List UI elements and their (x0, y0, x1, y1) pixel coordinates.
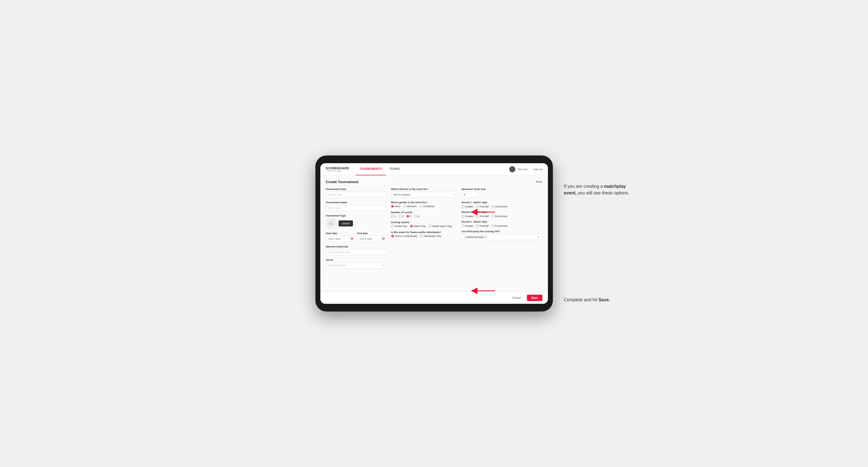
calendar-icon: 📅 (350, 238, 353, 241)
round-4-radio[interactable] (414, 215, 417, 218)
upload-button[interactable]: Upload (339, 220, 353, 226)
scoring-stroke[interactable]: Stroke Play (391, 225, 407, 227)
tournament-name-label: Tournament name (326, 201, 386, 204)
cancel-button[interactable]: Cancel (508, 295, 525, 301)
round-1[interactable]: 1 (391, 215, 396, 218)
individuals-radio[interactable] (420, 235, 423, 238)
round-2-radio[interactable] (399, 215, 402, 218)
gender-womens[interactable]: Womens (403, 205, 417, 208)
max-team-size-label: Maximum Team Size (462, 188, 542, 191)
main-content: Create Tournament ‹ Back Tournament Host (320, 175, 548, 291)
round2-singles-radio[interactable] (462, 215, 465, 218)
form-header: Create Tournament ‹ Back (326, 180, 542, 184)
teams-radio[interactable] (391, 235, 394, 238)
annotation-right: If you are creating a matchplay event, y… (564, 183, 633, 196)
teams-label: Is this event for Teams and/or Individua… (391, 231, 457, 234)
scoring-stroke-radio[interactable] (391, 225, 394, 227)
dates-group: Start date 📅 End date (326, 232, 386, 242)
annotation-arrow-right (470, 207, 498, 218)
round3-fourball-radio[interactable] (476, 224, 479, 227)
round3-foursomes-radio[interactable] (492, 224, 494, 227)
gender-group: Which gender is the event for? Mens Wome… (391, 201, 457, 208)
save-button[interactable]: Save (527, 295, 542, 301)
scoring-group: Scoring system Stroke Play Match Play (391, 221, 457, 227)
scoring-medal-radio[interactable] (429, 225, 431, 227)
venue-select-wrap: Search golf club ▼ (326, 262, 386, 269)
start-date-group: Start date 📅 (326, 232, 355, 242)
tablet-screen: SCOREBOARD Powered by clippit TOURNAMENT… (320, 163, 548, 304)
third-party-input[interactable]: Leaderboard King ✕ ▼ (462, 234, 542, 240)
gender-mens-radio[interactable] (391, 205, 394, 208)
scoring-medal[interactable]: Medal Match Play (429, 225, 452, 227)
venue-label: Venue (326, 258, 386, 261)
gender-combined-radio[interactable] (420, 205, 422, 208)
round3-fourball[interactable]: Fourball (476, 224, 489, 227)
sponsor-input[interactable] (326, 249, 386, 255)
round-4[interactable]: 4 (414, 215, 419, 218)
teams-option[interactable]: Teams (+Individuals) (391, 235, 417, 238)
round3-singles-radio[interactable] (462, 224, 465, 227)
back-button[interactable]: ‹ Back (533, 180, 542, 183)
tournament-host-group: Tournament Host (326, 188, 386, 198)
division-chevron-icon: ▼ (454, 194, 456, 196)
round3-foursomes[interactable]: Foursomes (492, 224, 507, 227)
brand-title: SCOREBOARD (326, 166, 349, 170)
col-right: Maximum Team Size Round 1 - Match Type S… (462, 188, 542, 272)
tournament-name-input[interactable] (326, 205, 386, 211)
brand-sub: Powered by clippit (326, 170, 349, 172)
max-team-size-input[interactable] (462, 192, 478, 198)
start-date-label: Start date (326, 232, 355, 235)
signout-link[interactable]: Sign out (533, 168, 542, 171)
page-title: Create Tournament (326, 180, 359, 184)
scoring-radio-group: Stroke Play Match Play Medal Match Play (391, 225, 457, 227)
form-footer: Cancel Save (320, 292, 548, 304)
avatar (509, 166, 515, 172)
gender-combined[interactable]: Combined (420, 205, 434, 208)
tag-dropdown-icon[interactable]: ▼ (537, 236, 540, 239)
tournament-host-label: Tournament Host (326, 188, 386, 191)
round3-label: Round 3 - Match Type (462, 220, 542, 223)
tab-teams[interactable]: TEAMS (386, 163, 404, 175)
svg-point-1 (330, 223, 331, 223)
logo-placeholder (326, 218, 336, 229)
round-3[interactable]: 3 (406, 215, 411, 218)
individuals-option[interactable]: Individuals Only (420, 235, 441, 238)
tablet-frame: SCOREBOARD Powered by clippit TOURNAMENT… (315, 155, 553, 312)
calendar-end-icon: 📅 (382, 238, 385, 241)
chevron-down-icon: ▼ (383, 264, 385, 267)
scoring-match[interactable]: Match Play (410, 225, 426, 227)
gender-label: Which gender is the event for? (391, 201, 457, 204)
tab-tournaments[interactable]: TOURNAMENTS (356, 163, 386, 175)
round-1-radio[interactable] (391, 215, 394, 218)
tournament-host-input[interactable] (326, 192, 386, 198)
gender-radio-group: Mens Womens Combined (391, 205, 457, 208)
nav-right: Test User | Sign out (509, 166, 542, 172)
annotation-bottom: Complete and hit Save. (564, 297, 633, 303)
round1-label: Round 1 - Match Type (462, 201, 542, 204)
scoring-match-radio[interactable] (410, 225, 413, 227)
tournament-logo-group: Tournament logo (326, 214, 386, 229)
round1-singles-radio[interactable] (462, 205, 465, 208)
tag-remove-icon[interactable]: ✕ (485, 236, 486, 238)
venue-select[interactable]: Search golf club (326, 262, 386, 269)
rounds-group: Number of rounds 1 2 (391, 211, 457, 218)
max-team-size-group: Maximum Team Size (462, 188, 542, 198)
svg-rect-0 (329, 222, 333, 225)
venue-group: Venue Search golf club ▼ (326, 258, 386, 269)
round-3-radio[interactable] (406, 215, 409, 218)
gender-womens-radio[interactable] (403, 205, 406, 208)
rounds-radio-group: 1 2 3 (391, 215, 457, 218)
tournament-logo-label: Tournament logo (326, 214, 386, 217)
scoring-label: Scoring system (391, 221, 457, 224)
top-nav: SCOREBOARD Powered by clippit TOURNAMENT… (320, 163, 548, 175)
round-2[interactable]: 2 (399, 215, 404, 218)
gender-mens[interactable]: Mens (391, 205, 401, 208)
division-group: Which division is the event for? NCAA Di… (391, 188, 457, 198)
back-arrow-icon: ‹ (533, 180, 534, 183)
end-date-label: End date (358, 232, 386, 235)
round3-match-type: Round 3 - Match Type Singles Fourball (462, 220, 542, 227)
sponsor-label: Sponsor (optional) (326, 245, 386, 248)
round3-singles[interactable]: Singles (462, 224, 474, 227)
third-party-tag: Leaderboard King ✕ (464, 235, 488, 239)
division-select[interactable]: NCAA Division I (391, 192, 457, 198)
